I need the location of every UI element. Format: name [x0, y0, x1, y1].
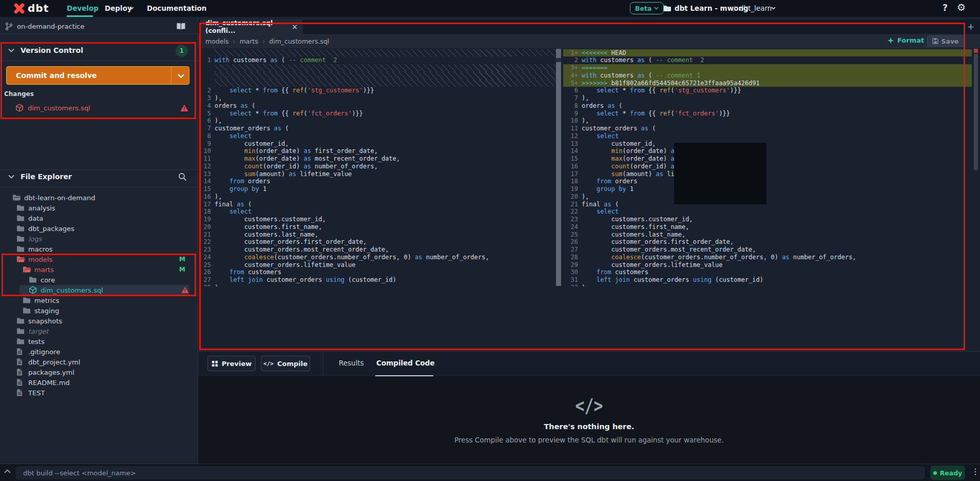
folder-icon	[16, 327, 25, 335]
close-icon[interactable]: ×	[292, 23, 298, 31]
code-line: 26 from customers	[198, 268, 556, 276]
version-control-title[interactable]: Version Control	[21, 46, 83, 54]
help-icon[interactable]: ?	[943, 3, 948, 13]
format-button[interactable]: Format	[887, 36, 924, 44]
line-number: 20	[563, 193, 582, 201]
line-number: 26	[198, 268, 215, 276]
project-name[interactable]: dbt Learn - mwong	[675, 4, 748, 12]
tab-results[interactable]: Results	[339, 359, 364, 367]
commit-chevron-down-icon[interactable]	[177, 73, 185, 79]
line-number: 16	[563, 163, 582, 170]
code-pane-left[interactable]: 1with customers as ( -- comment 22 selec…	[198, 48, 556, 286]
tab-compiled-code[interactable]: Compiled Code	[376, 359, 435, 367]
left-pane-scrollbar[interactable]	[556, 49, 561, 286]
tab-dim-customers[interactable]: dim_customers.sql (confli... ×	[200, 20, 303, 34]
changed-file-row[interactable]: dim_customers.sql	[0, 102, 198, 114]
file-tree-item-staging[interactable]: staging	[0, 305, 198, 316]
breadcrumb-item[interactable]: models	[205, 37, 228, 45]
code-line: 2 select * from {{ ref('stg_customers')}…	[198, 87, 556, 94]
line-number: 17	[563, 170, 582, 178]
file-explorer-title[interactable]: File Explorer	[21, 172, 72, 181]
file-tree-item-dim-customers-sql[interactable]: dim_customers.sql	[0, 285, 198, 295]
code-line: 16 count(order_id) as number_of_orders,	[563, 163, 972, 170]
environment-chevron-down-icon[interactable]	[771, 7, 776, 10]
beta-button[interactable]: Beta	[630, 2, 664, 14]
scrollbar-thumb[interactable]	[974, 54, 978, 170]
code-line: 6 select * from {{ ref('stg_customers')}…	[563, 87, 972, 94]
save-floppy-icon	[932, 38, 938, 44]
dbt-logo-icon[interactable]	[13, 3, 25, 14]
file-tree-item-packages-yml[interactable]: packages.yml	[0, 367, 198, 377]
compile-button[interactable]: </> Compile	[261, 356, 310, 371]
file-tree-item-readme-md[interactable]: README.md	[0, 377, 198, 388]
file-icon	[16, 378, 25, 387]
file-tree-item-models[interactable]: modelsM	[0, 254, 198, 264]
code-line: 13 customer_id,	[563, 140, 972, 148]
file-tree-item-macros[interactable]: macros	[0, 244, 198, 254]
file-tree-item--gitignore[interactable]: .gitignore	[0, 347, 198, 357]
environment-name[interactable]: dbt_learn	[739, 4, 772, 12]
file-tree-item-metrics[interactable]: metrics	[0, 295, 198, 305]
file-tree-label: dim_customers.sql	[41, 286, 103, 294]
file-tree-label: TEST	[28, 389, 45, 397]
file-explorer-chevron-down-icon[interactable]	[8, 175, 14, 179]
folder-open-icon	[16, 255, 25, 263]
code-line: 23 customer_orders.most_recent_order_dat…	[198, 246, 556, 254]
file-tree-item-test[interactable]: TEST	[0, 388, 198, 398]
right-pane-scrollbar[interactable]	[974, 49, 978, 286]
file-icon	[16, 368, 25, 376]
nav-develop[interactable]: Develop	[67, 4, 99, 12]
folder-icon	[16, 214, 25, 222]
file-tree-item-dbt-project-yml[interactable]: dbt_project.yml	[0, 357, 198, 367]
add-tab-icon[interactable]: +	[967, 22, 974, 32]
nav-documentation[interactable]: Documentation	[147, 4, 206, 12]
code-line: 13 sum(amount) as lifetime_value	[198, 170, 556, 178]
breadcrumb-item[interactable]: dim_customers.sql	[269, 37, 329, 45]
file-tree-item-core[interactable]: core	[0, 275, 198, 285]
compile-label: Compile	[277, 360, 308, 368]
line-number: 8	[198, 132, 215, 140]
line-number: 6	[198, 117, 215, 125]
branch-selector[interactable]: on-demand-practice	[0, 20, 198, 34]
line-number: 7	[198, 125, 215, 132]
chevron-up-icon[interactable]	[4, 469, 11, 473]
file-tree-item-marts[interactable]: martsM	[0, 264, 198, 275]
code-line: 18 select	[198, 208, 556, 216]
kebab-menu-icon[interactable]: ⋮	[971, 467, 979, 476]
deploy-chevron-down-icon[interactable]	[129, 7, 134, 10]
file-tree-item-dbt-learn-on-demand[interactable]: dbt-learn-on-demand	[0, 193, 198, 203]
docs-book-icon[interactable]	[176, 23, 186, 30]
modified-badge: M	[179, 266, 185, 273]
code-line: 25 customers.last_name,	[563, 231, 972, 239]
file-icon	[16, 348, 25, 356]
preview-button[interactable]: Preview	[207, 356, 256, 371]
changes-label: Changes	[4, 90, 34, 98]
file-tree-item-snapshots[interactable]: snapshots	[0, 316, 198, 326]
file-tree-item-data[interactable]: data	[0, 213, 198, 223]
gear-icon[interactable]: ⚙	[957, 2, 966, 13]
line-number: 23	[198, 246, 215, 254]
folder-icon	[16, 224, 25, 233]
search-icon[interactable]	[178, 172, 187, 181]
code-line: 14 min(order_date) as first_order_date,	[563, 147, 972, 155]
code-line: 24 coalesce(customer_orders.number_of_or…	[198, 254, 556, 261]
save-button[interactable]: Save	[927, 35, 964, 47]
breadcrumb-item[interactable]: marts	[240, 37, 258, 45]
code-editor[interactable]: 1with customers as ( -- comment 22 selec…	[198, 48, 980, 351]
file-tree-label: dbt-learn-on-demand	[24, 194, 95, 202]
nav-deploy[interactable]: Deploy	[105, 4, 132, 12]
file-tree-item-dbt-packages[interactable]: dbt_packages	[0, 223, 198, 234]
version-control-chevron-down-icon[interactable]	[8, 48, 14, 52]
commit-and-resolve-button[interactable]: Commit and resolve	[6, 66, 189, 85]
file-tree-label: tests	[28, 338, 45, 345]
line-number: 12	[198, 163, 215, 170]
file-tree-item-target[interactable]: target	[0, 326, 198, 336]
line-number: 17	[198, 201, 215, 208]
file-tree-item-tests[interactable]: tests	[0, 336, 198, 347]
file-tree-item-analysis[interactable]: analysis	[0, 203, 198, 213]
file-tree-label: macros	[28, 245, 53, 253]
sidebar: on-demand-practice Version Control 1 Com…	[0, 17, 198, 464]
code-pane-right[interactable]: 1+<<<<<<< HEAD2with customers as ( -- co…	[563, 48, 972, 286]
command-input[interactable]	[15, 466, 925, 479]
file-tree-item-logs[interactable]: logs	[0, 234, 198, 244]
